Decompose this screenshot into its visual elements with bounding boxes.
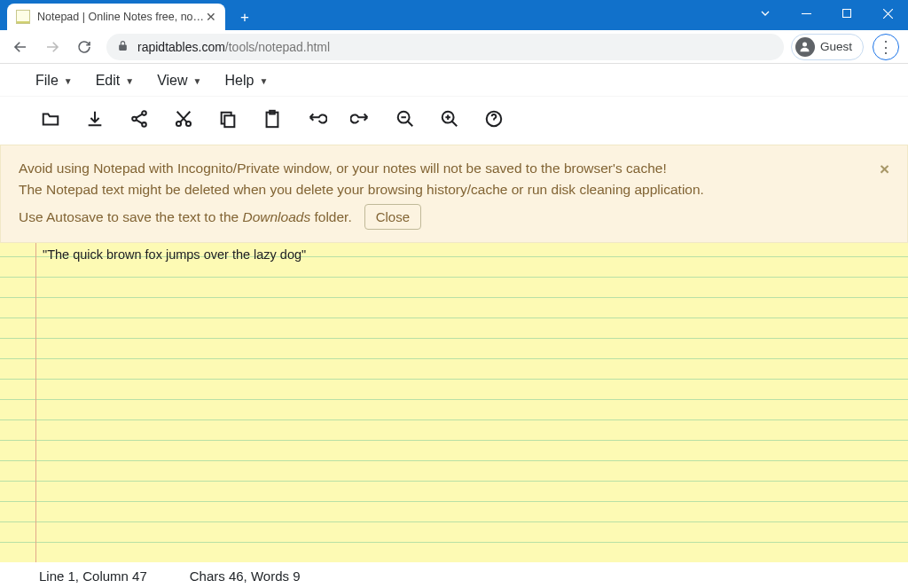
svg-point-3 [132, 117, 137, 122]
back-button[interactable] [5, 34, 35, 60]
zoom-in-icon[interactable] [438, 107, 461, 130]
open-folder-icon[interactable] [39, 107, 62, 130]
guest-label: Guest [820, 40, 852, 53]
window-chevron-button[interactable] [745, 0, 786, 27]
chevron-down-icon: ▼ [64, 76, 73, 86]
app-menu-bar: File▼ Edit▼ View▼ Help▼ [0, 64, 908, 97]
alert-line-3: Use Autosave to save the text to the Dow… [19, 207, 352, 228]
menu-help[interactable]: Help▼ [224, 73, 268, 89]
forward-button[interactable] [37, 34, 67, 60]
notepad-text-content: "The quick brown fox jumps over the lazy… [43, 245, 899, 265]
close-window-button[interactable] [867, 0, 908, 27]
alert-line-1: Avoid using Notepad with Incognito/Priva… [19, 158, 872, 179]
guest-badge[interactable]: Guest [791, 34, 864, 60]
download-icon[interactable] [83, 107, 106, 130]
tab-title: Notepad | Online Notes free, no… [37, 11, 204, 23]
reload-button[interactable] [69, 34, 99, 60]
copy-icon[interactable] [216, 107, 239, 130]
address-toolbar: rapidtables.com/tools/notepad.html Guest… [0, 30, 908, 64]
alert-line-2: The Notepad text might be deleted when y… [19, 179, 872, 200]
tab-strip: Notepad | Online Notes free, no… ✕ + [0, 0, 257, 30]
browser-titlebar: Notepad | Online Notes free, no… ✕ + [0, 0, 908, 30]
profile-area: Guest ⋮ [791, 34, 903, 60]
status-line-col: Line 1, Column 47 [39, 568, 147, 584]
share-icon[interactable] [128, 107, 151, 130]
avatar-icon [795, 37, 815, 57]
browser-menu-button[interactable]: ⋮ [873, 34, 899, 60]
status-chars-words: Chars 46, Words 9 [190, 568, 301, 584]
status-bar: Line 1, Column 47 Chars 46, Words 9 [0, 562, 908, 588]
close-tab-icon[interactable]: ✕ [204, 10, 218, 24]
minimize-button[interactable] [786, 0, 826, 27]
window-controls [745, 0, 908, 27]
page-content: File▼ Edit▼ View▼ Help▼ × Avoid using No… [0, 64, 908, 588]
toolbar [0, 97, 908, 145]
svg-rect-0 [843, 10, 851, 18]
svg-point-4 [142, 122, 146, 127]
lock-icon [117, 40, 129, 54]
notepad-margin-line [35, 243, 36, 562]
maximize-button[interactable] [826, 0, 867, 27]
undo-icon[interactable] [305, 107, 328, 130]
address-bar[interactable]: rapidtables.com/tools/notepad.html [106, 34, 784, 60]
svg-point-5 [176, 122, 181, 126]
chevron-down-icon: ▼ [193, 76, 202, 86]
svg-rect-7 [224, 115, 234, 127]
menu-file[interactable]: File▼ [35, 73, 73, 89]
browser-tab[interactable]: Notepad | Online Notes free, no… ✕ [7, 4, 225, 30]
zoom-out-icon[interactable] [394, 107, 417, 130]
warning-alert: × Avoid using Notepad with Incognito/Pri… [0, 145, 908, 243]
notepad-editor[interactable]: "The quick brown fox jumps over the lazy… [0, 243, 908, 562]
alert-close-button[interactable]: Close [364, 204, 421, 230]
alert-close-icon[interactable]: × [880, 156, 889, 182]
new-tab-button[interactable]: + [232, 5, 257, 30]
svg-point-1 [802, 43, 807, 47]
redo-icon[interactable] [349, 107, 372, 130]
url-text: rapidtables.com/tools/notepad.html [137, 40, 330, 54]
svg-point-2 [142, 111, 146, 115]
help-icon[interactable] [482, 107, 505, 130]
notepad-ruled-lines [0, 243, 908, 562]
svg-point-6 [186, 122, 191, 126]
chevron-down-icon: ▼ [259, 76, 268, 86]
chevron-down-icon: ▼ [125, 76, 134, 86]
cut-icon[interactable] [172, 107, 195, 130]
tab-favicon [16, 10, 30, 24]
menu-edit[interactable]: Edit▼ [96, 73, 134, 89]
paste-icon[interactable] [261, 107, 284, 130]
menu-view[interactable]: View▼ [157, 73, 201, 89]
